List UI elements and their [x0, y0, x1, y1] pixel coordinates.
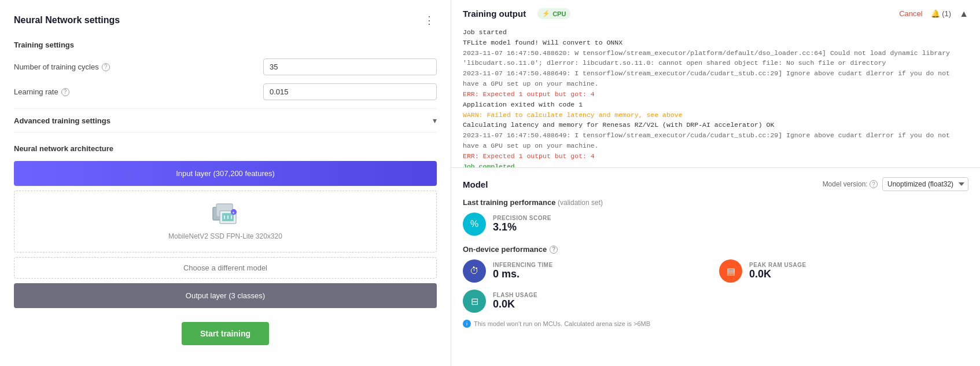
flash-card: ⊟ FLASH USAGE 0.0K — [463, 290, 712, 313]
log-line: ERR: Expected 1 output but got: 4 — [463, 151, 968, 162]
lightning-icon: ⚡ — [542, 10, 550, 17]
flash-value: 0.0K — [493, 298, 537, 311]
svg-text:+: + — [232, 211, 234, 215]
bell-badge[interactable]: 🔔 (1) — [931, 9, 952, 18]
right-panel: Training output ⚡ CPU Cancel 🔔 (1) ▲ Job… — [451, 0, 980, 366]
on-device-title: On-device performance ? — [463, 245, 968, 254]
architecture-title: Neural network architecture — [14, 144, 437, 153]
log-line: 2023-11-07 16:47:50.488649: I tensorflow… — [463, 130, 968, 151]
log-line: WARN: Failed to calculate latency and me… — [463, 110, 968, 120]
advanced-settings-label: Advanced training settings — [14, 116, 110, 125]
log-line: ERR: Expected 1 output but got: 4 — [463, 89, 968, 100]
cpu-badge: ⚡ CPU — [537, 8, 570, 19]
cycles-help-icon[interactable]: ? — [102, 63, 110, 71]
device-metrics-grid: ⏱ INFERENCING TIME 0 ms. ▤ PEAK RAM USAG… — [463, 259, 968, 313]
output-header: Training output ⚡ CPU Cancel 🔔 (1) ▲ — [451, 0, 980, 25]
start-training-button[interactable]: Start training — [182, 322, 269, 345]
warning-note: i This model won't run on MCUs. Calculat… — [463, 320, 968, 328]
inferencing-label: INFERENCING TIME — [493, 262, 553, 268]
model-version-help-icon[interactable]: ? — [870, 180, 878, 188]
panel-header: Neural Network settings ⋮ — [14, 12, 437, 29]
cycles-row: Number of training cycles ? — [14, 58, 437, 75]
learning-rate-label: Learning rate ? — [14, 87, 263, 96]
flash-info: FLASH USAGE 0.0K — [493, 292, 537, 311]
cancel-button[interactable]: Cancel — [899, 9, 922, 18]
cycles-input[interactable] — [263, 58, 437, 75]
advanced-settings-toggle[interactable]: Advanced training settings ▾ — [14, 108, 437, 133]
ram-info: PEAK RAM USAGE 0.0K — [749, 262, 806, 281]
learning-rate-input[interactable] — [263, 83, 437, 100]
precision-label: PRECISION SCORE — [493, 215, 551, 221]
flash-label: FLASH USAGE — [493, 292, 537, 298]
model-section-title: Model — [463, 180, 488, 189]
learning-rate-row: Learning rate ? — [14, 83, 437, 100]
panel-title: Neural Network settings — [14, 15, 120, 25]
precision-value: 3.1% — [493, 221, 551, 234]
inferencing-value: 0 ms. — [493, 268, 553, 281]
learning-rate-help-icon[interactable]: ? — [61, 88, 69, 96]
info-icon: i — [463, 320, 471, 328]
log-line: 2023-11-07 16:47:50.488649: I tensorflow… — [463, 68, 968, 89]
on-device-help-icon[interactable]: ? — [550, 246, 558, 254]
model-version-row: Model version: ? Unoptimized (float32) Q… — [823, 177, 968, 191]
model-box: + MobileNetV2 SSD FPN-Lite 320x320 — [14, 191, 437, 252]
log-line: 2023-11-07 16:47:50.488620: W tensorflow… — [463, 48, 968, 69]
ram-label: PEAK RAM USAGE — [749, 262, 806, 268]
ram-card: ▤ PEAK RAM USAGE 0.0K — [719, 259, 968, 283]
log-line: TFLite model found! Will convert to ONNX — [463, 38, 968, 48]
ram-value: 0.0K — [749, 268, 806, 281]
left-panel: Neural Network settings ⋮ Training setti… — [0, 0, 451, 366]
flash-icon: ⊟ — [463, 290, 486, 313]
log-line: Job completed — [463, 162, 968, 167]
output-header-left: Training output ⚡ CPU — [463, 8, 570, 19]
output-log: Job startedTFLite model found! Will conv… — [451, 25, 980, 167]
precision-icon: % — [463, 213, 486, 236]
cycles-label: Number of training cycles ? — [14, 63, 263, 71]
model-name-label: MobileNetV2 SSD FPN-Lite 320x320 — [168, 232, 282, 240]
output-layer: Output layer (3 classes) — [14, 283, 437, 308]
training-output-section: Training output ⚡ CPU Cancel 🔔 (1) ▲ Job… — [451, 0, 980, 168]
inferencing-card: ⏱ INFERENCING TIME 0 ms. — [463, 259, 712, 283]
last-training-title: Last training performance (validation se… — [463, 198, 968, 207]
output-title: Training output — [463, 9, 526, 19]
model-section: Model Model version: ? Unoptimized (floa… — [451, 168, 980, 366]
dots-menu-button[interactable]: ⋮ — [422, 12, 437, 29]
precision-row: % PRECISION SCORE 3.1% — [463, 213, 968, 236]
ram-icon: ▤ — [719, 259, 742, 283]
choose-model-button[interactable]: Choose a different model — [14, 257, 437, 279]
model-section-header: Model Model version: ? Unoptimized (floa… — [463, 177, 968, 191]
chevron-down-icon: ▾ — [433, 116, 437, 125]
input-layer: Input layer (307,200 features) — [14, 161, 437, 186]
model-icon: + — [212, 203, 240, 228]
precision-card: % PRECISION SCORE 3.1% — [463, 213, 551, 236]
training-settings-title: Training settings — [14, 41, 437, 49]
inferencing-icon: ⏱ — [463, 259, 486, 283]
model-version-label: Model version: ? — [823, 180, 878, 189]
model-version-select[interactable]: Unoptimized (float32) Quantized (int8) — [882, 177, 968, 191]
log-line: Application exited with code 1 — [463, 100, 968, 110]
collapse-button[interactable]: ▲ — [959, 9, 968, 19]
last-training-sub: (validation set) — [558, 199, 603, 207]
log-line: Calculating latency and memory for Renes… — [463, 120, 968, 130]
log-line: Job started — [463, 27, 968, 38]
output-header-right: Cancel 🔔 (1) ▲ — [899, 9, 968, 19]
inferencing-info: INFERENCING TIME 0 ms. — [493, 262, 553, 281]
precision-info: PRECISION SCORE 3.1% — [493, 215, 551, 234]
